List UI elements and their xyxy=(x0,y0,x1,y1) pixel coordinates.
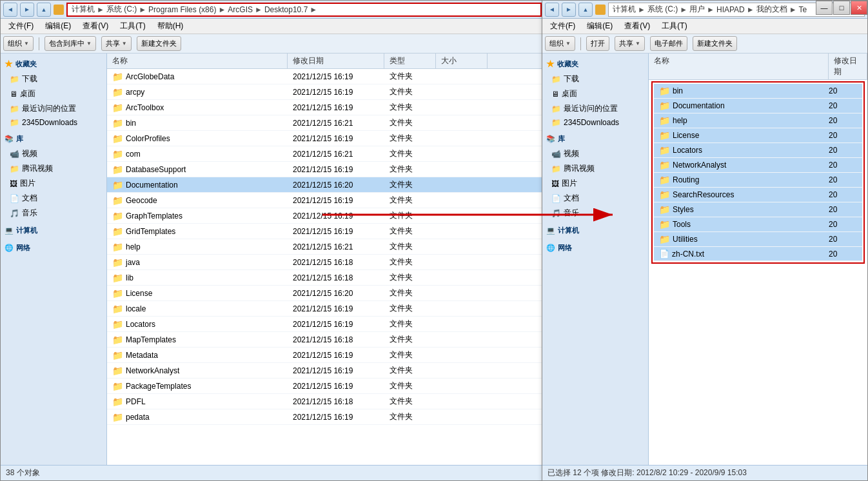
table-row[interactable]: 📁 bin 2021/12/15 16:21 文件夹 xyxy=(107,115,544,131)
documents-icon: 📄 xyxy=(10,194,19,203)
video-icon: 📹 xyxy=(551,150,561,159)
minimize-button[interactable]: — xyxy=(816,1,833,15)
table-row[interactable]: 📁 Documentation 20 xyxy=(654,99,862,113)
path-segment: Desktop10.7 xyxy=(264,5,308,14)
table-row[interactable]: 📁 SearchResources 20 xyxy=(654,188,862,202)
col-header-size[interactable]: 大小 xyxy=(436,54,488,68)
table-row[interactable]: 📁 DatabaseSupport 2021/12/15 16:19 文件夹 xyxy=(107,162,544,177)
r-sidebar-tencent[interactable]: 📁 腾讯视频 xyxy=(542,161,648,176)
col-header-date[interactable]: 修改日期 xyxy=(288,54,384,68)
desktop-icon: 🖥 xyxy=(551,90,559,99)
share-button[interactable]: 共享 ▼ xyxy=(101,36,132,51)
table-row[interactable]: 📁 Geocode 2021/12/15 16:19 文件夹 xyxy=(107,193,544,208)
table-row[interactable]: 📁 help 20 xyxy=(654,113,862,128)
r-col-header-name[interactable]: 名称 xyxy=(649,54,829,79)
table-row[interactable]: 📁 NetworkAnalyst 20 xyxy=(654,158,862,173)
table-row[interactable]: 📁 License 20 xyxy=(654,128,862,143)
txt-icon: 📄 xyxy=(659,249,669,259)
sidebar-item-video[interactable]: 📹 视频 xyxy=(1,146,106,161)
table-row[interactable]: 📁 lib 2021/12/15 16:18 文件夹 xyxy=(107,270,544,286)
r-sidebar-2345[interactable]: 📁 2345Downloads xyxy=(542,116,648,129)
menu-tools[interactable]: 工具(T) xyxy=(115,19,150,33)
include-library-button[interactable]: 包含到库中 ▼ xyxy=(44,36,96,51)
new-folder-button-right[interactable]: 新建文件夹 xyxy=(693,36,737,51)
table-row[interactable]: 📁 PDFL 2021/12/15 16:18 文件夹 xyxy=(107,394,544,409)
left-file-rows-container: 📁 ArcGlobeData 2021/12/15 16:19 文件夹 📁 ar… xyxy=(107,69,544,425)
up-button-right[interactable]: ▲ xyxy=(578,3,593,17)
table-row[interactable]: 📁 ArcToolbox 2021/12/15 16:19 文件夹 xyxy=(107,100,544,115)
table-row[interactable]: 📁 bin 20 xyxy=(654,84,862,99)
menu-file[interactable]: 文件(F) xyxy=(3,19,39,33)
menu-file-right[interactable]: 文件(F) xyxy=(545,19,580,33)
forward-button-right[interactable]: ► xyxy=(562,3,576,17)
col-header-type[interactable]: 类型 xyxy=(384,54,436,68)
table-row[interactable]: 📁 MapTemplates 2021/12/15 16:18 文件夹 xyxy=(107,332,544,348)
star-icon: ★ xyxy=(546,59,555,69)
table-row[interactable]: 📁 NetworkAnalyst 2021/12/15 16:19 文件夹 xyxy=(107,363,544,378)
r-sidebar-desktop[interactable]: 🖥 桌面 xyxy=(542,86,648,101)
table-row[interactable]: 📁 java 2021/12/15 16:18 文件夹 xyxy=(107,255,544,270)
file-size xyxy=(436,153,488,155)
sidebar-item-tencent-video[interactable]: 📁 腾讯视频 xyxy=(1,161,106,176)
table-row[interactable]: 📁 ArcGlobeData 2021/12/15 16:19 文件夹 xyxy=(107,69,544,84)
sidebar-item-recent[interactable]: 📁 最近访问的位置 xyxy=(1,101,106,116)
folder-icon: 📁 xyxy=(659,145,670,155)
sidebar-item-music[interactable]: 🎵 音乐 xyxy=(1,206,106,221)
table-row[interactable]: 📁 GraphTemplates 2021/12/15 16:19 文件夹 xyxy=(107,208,544,224)
table-row[interactable]: 📁 Locators 2021/12/15 16:19 文件夹 xyxy=(107,317,544,332)
address-path-left[interactable]: 计算机 ► 系统 (C:) ► Program Files (x86) ► Ar… xyxy=(66,3,542,17)
menu-help[interactable]: 帮助(H) xyxy=(152,19,189,33)
share-button-right[interactable]: 共享 ▼ xyxy=(615,36,645,51)
menu-view[interactable]: 查看(V) xyxy=(77,19,113,33)
file-size xyxy=(436,107,488,108)
back-button-right[interactable]: ◄ xyxy=(545,3,559,17)
email-button-right[interactable]: 电子邮件 xyxy=(650,36,687,51)
organize-btn-right[interactable]: 组织 ▼ xyxy=(545,36,575,51)
new-folder-button[interactable]: 新建文件夹 xyxy=(137,36,181,51)
r-col-header-date[interactable]: 修改日期 xyxy=(829,54,867,79)
col-header-name[interactable]: 名称 xyxy=(107,54,288,68)
menu-edit[interactable]: 编辑(E) xyxy=(40,19,76,33)
forward-button[interactable]: ► xyxy=(20,3,34,17)
sidebar-item-desktop[interactable]: 🖥 桌面 xyxy=(1,86,106,101)
table-row[interactable]: 📁 PackageTemplates 2021/12/15 16:19 文件夹 xyxy=(107,378,544,394)
table-row[interactable]: 📄 zh-CN.txt 20 xyxy=(654,247,862,261)
menu-tools-right[interactable]: 工具(T) xyxy=(656,19,692,33)
r-sidebar-video[interactable]: 📹 视频 xyxy=(542,146,648,161)
table-row[interactable]: 📁 Metadata 2021/12/15 16:19 文件夹 xyxy=(107,348,544,363)
menu-edit-right[interactable]: 编辑(E) xyxy=(582,19,618,33)
table-row[interactable]: 📁 com 2021/12/15 16:21 文件夹 xyxy=(107,146,544,162)
back-button[interactable]: ◄ xyxy=(3,3,17,17)
open-button-right[interactable]: 打开 xyxy=(586,36,609,51)
table-row[interactable]: 📁 Styles 20 xyxy=(654,202,862,217)
table-row[interactable]: 📁 help 2021/12/15 16:21 文件夹 xyxy=(107,239,544,255)
up-button[interactable]: ▲ xyxy=(37,3,51,17)
folder-icon: 📁 xyxy=(112,397,123,407)
r-sidebar-recent[interactable]: 📁 最近访问的位置 xyxy=(542,101,648,116)
r-sidebar-pictures[interactable]: 🖼 图片 xyxy=(542,176,648,191)
table-row[interactable]: 📁 arcpy 2021/12/15 16:19 文件夹 xyxy=(107,84,544,100)
table-row[interactable]: 📁 Locators 20 xyxy=(654,143,862,158)
file-size xyxy=(436,293,488,294)
sidebar-item-documents[interactable]: 📄 文档 xyxy=(1,191,106,206)
table-row[interactable]: 📁 Documentation 2021/12/15 16:20 文件夹 xyxy=(107,177,544,193)
table-row[interactable]: 📁 License 2021/12/15 16:20 文件夹 xyxy=(107,286,544,301)
menu-view-right[interactable]: 查看(V) xyxy=(619,19,655,33)
sidebar-item-2345[interactable]: 📁 2345Downloads xyxy=(1,116,106,129)
table-row[interactable]: 📁 locale 2021/12/15 16:19 文件夹 xyxy=(107,301,544,317)
r-sidebar-download[interactable]: 📁 下载 xyxy=(542,72,648,86)
organize-button[interactable]: 组织 ▼ xyxy=(3,36,34,51)
table-row[interactable]: 📁 Routing 20 xyxy=(654,173,862,188)
maximize-button[interactable]: □ xyxy=(833,1,850,15)
table-row[interactable]: 📁 Utilities 20 xyxy=(654,232,862,247)
table-row[interactable]: 📁 GridTemplates 2021/12/15 16:19 文件夹 xyxy=(107,224,544,239)
close-button[interactable]: ✕ xyxy=(851,1,867,15)
table-row[interactable]: 📁 pedata 2021/12/15 16:19 文件夹 xyxy=(107,409,544,425)
sidebar-item-download[interactable]: 📁 下载 xyxy=(1,72,106,86)
table-row[interactable]: 📁 Tools 20 xyxy=(654,217,862,232)
sidebar-item-pictures[interactable]: 🖼 图片 xyxy=(1,176,106,191)
table-row[interactable]: 📁 ColorProfiles 2021/12/15 16:19 文件夹 xyxy=(107,131,544,146)
titlebar-controls: — □ ✕ xyxy=(816,1,867,15)
r-sidebar-music[interactable]: 🎵 音乐 xyxy=(542,206,648,221)
r-sidebar-docs[interactable]: 📄 文档 xyxy=(542,191,648,206)
